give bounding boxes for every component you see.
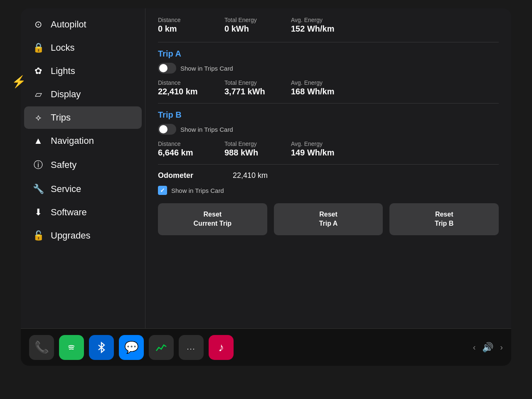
current-energy-label: Total Energy (224, 17, 274, 23)
service-icon: 🔧 (32, 184, 44, 195)
lights-icon: ✿ (32, 66, 44, 76)
trip-a-avg-value: 168 Wh/km (291, 87, 341, 96)
trip-a-energy-label: Total Energy (224, 79, 274, 86)
trip-a-energy-block: Total Energy 3,771 kWh (224, 79, 274, 96)
phone-icon[interactable]: 📞 (29, 335, 54, 360)
software-icon: ⬇ (32, 207, 44, 218)
trip-b-toggle[interactable] (158, 124, 176, 135)
odometer-checkbox[interactable]: ✓ (158, 186, 167, 195)
divider-2 (158, 103, 499, 103)
reset-trip-b-button[interactable]: ResetTrip B (389, 203, 499, 235)
trip-a-section: Trip A Show in Trips Card Distance 22,41… (158, 49, 499, 96)
more-dots-label: ... (187, 343, 195, 352)
trip-a-show-label: Show in Trips Card (180, 65, 233, 72)
sidebar-label-upgrades: Upgrades (51, 230, 90, 241)
volume-icon[interactable]: 🔊 (482, 342, 493, 353)
current-avg-label: Avg. Energy (291, 17, 341, 23)
odometer-show-label: Show in Trips Card (171, 187, 224, 194)
sidebar-item-lights[interactable]: ✿ Lights (24, 60, 142, 82)
trip-a-toggle[interactable] (158, 63, 176, 74)
messages-icon[interactable]: 💬 (119, 335, 144, 360)
trip-b-energy-value: 988 kWh (224, 148, 274, 158)
current-distance-value: 0 km (158, 24, 208, 34)
trip-b-avg-value: 149 Wh/km (291, 148, 341, 158)
divider-3 (158, 164, 499, 165)
odometer-show-row: ✓ Show in Trips Card (158, 186, 499, 195)
trip-b-section: Trip B Show in Trips Card Distance 6,646… (158, 110, 499, 158)
sidebar-item-software[interactable]: ⬇ Software (24, 201, 142, 224)
sidebar-label-trips: Trips (51, 112, 71, 123)
current-trip-section: Distance 0 km Total Energy 0 kWh Avg. En… (158, 17, 499, 34)
nav-left-icon[interactable]: ‹ (473, 342, 476, 352)
more-icon[interactable]: ... (179, 335, 204, 360)
trip-b-show-label: Show in Trips Card (180, 126, 233, 133)
taskbar: 📞 💬 ... ♪ ‹ 🔊 › (21, 328, 511, 366)
lock-icon: 🔒 (32, 42, 44, 53)
sidebar-label-locks: Locks (51, 42, 74, 53)
trip-b-show-row: Show in Trips Card (158, 124, 499, 135)
upgrades-icon: 🔓 (32, 230, 44, 241)
odometer-value: 22,410 km (233, 171, 268, 180)
sidebar-label-service: Service (51, 184, 81, 195)
sidebar-label-autopilot: Autopilot (51, 19, 86, 30)
current-avg-value: 152 Wh/km (291, 24, 341, 34)
trip-b-avg-block: Avg. Energy 149 Wh/km (291, 140, 341, 158)
trip-b-distance-label: Distance (158, 140, 208, 147)
checkbox-check-icon: ✓ (160, 187, 165, 194)
reset-buttons-row: ResetCurrent Trip ResetTrip A ResetTrip … (158, 203, 499, 235)
trip-b-distance-value: 6,646 km (158, 148, 208, 158)
odometer-section: Odometer 22,410 km ✓ Show in Trips Card (158, 171, 499, 195)
sidebar-item-navigation[interactable]: ▲ Navigation (24, 130, 142, 152)
sidebar-item-service[interactable]: 🔧 Service (24, 178, 142, 200)
trip-a-energy-value: 3,771 kWh (224, 87, 274, 96)
autopilot-icon: ⊙ (32, 19, 44, 30)
trip-a-distance-value: 22,410 km (158, 87, 208, 96)
trip-a-stats: Distance 22,410 km Total Energy 3,771 kW… (158, 79, 499, 96)
reset-trip-a-button[interactable]: ResetTrip A (274, 203, 383, 235)
sidebar-item-upgrades[interactable]: 🔓 Upgrades (24, 224, 142, 247)
trip-a-distance-label: Distance (158, 79, 208, 86)
sidebar-label-software: Software (51, 207, 87, 218)
trip-a-distance-block: Distance 22,410 km (158, 79, 208, 96)
display-icon: ▱ (32, 89, 44, 100)
current-energy-block: Total Energy 0 kWh (224, 17, 274, 34)
sidebar-item-trips[interactable]: ⟡ Trips (24, 106, 142, 129)
navigation-icon: ▲ (32, 135, 44, 146)
odometer-label: Odometer (158, 171, 233, 180)
sidebar-label-display: Display (51, 89, 81, 100)
music-icon[interactable]: ♪ (209, 335, 234, 360)
trip-a-show-row: Show in Trips Card (158, 63, 499, 74)
trip-b-energy-block: Total Energy 988 kWh (224, 140, 274, 158)
lightning-icon: ⚡ (12, 75, 26, 89)
stocks-icon[interactable] (149, 335, 174, 360)
sidebar-item-safety[interactable]: ⓘ Safety (24, 153, 142, 177)
sidebar: ⊙ Autopilot 🔒 Locks ✿ Lights ▱ Display ⟡… (21, 8, 145, 328)
trip-b-avg-label: Avg. Energy (291, 140, 341, 147)
trips-icon: ⟡ (32, 112, 44, 123)
trip-b-stats: Distance 6,646 km Total Energy 988 kWh A… (158, 140, 499, 158)
nav-right-icon[interactable]: › (500, 342, 503, 352)
reset-current-trip-button[interactable]: ResetCurrent Trip (158, 203, 267, 235)
safety-icon: ⓘ (32, 159, 44, 171)
spotify-icon[interactable] (59, 335, 84, 360)
current-trip-stats: Distance 0 km Total Energy 0 kWh Avg. En… (158, 17, 499, 34)
current-avg-block: Avg. Energy 152 Wh/km (291, 17, 341, 34)
trip-a-avg-block: Avg. Energy 168 Wh/km (291, 79, 341, 96)
current-distance-block: Distance 0 km (158, 17, 208, 34)
trip-a-header: Trip A (158, 49, 499, 59)
sidebar-item-autopilot[interactable]: ⊙ Autopilot (24, 13, 142, 36)
sidebar-label-safety: Safety (51, 160, 76, 170)
trip-a-avg-label: Avg. Energy (291, 79, 341, 86)
trips-content: Distance 0 km Total Energy 0 kWh Avg. En… (145, 8, 511, 328)
trip-b-header: Trip B (158, 110, 499, 120)
sidebar-item-locks[interactable]: 🔒 Locks (24, 37, 142, 59)
current-energy-value: 0 kWh (224, 24, 274, 34)
sidebar-label-navigation: Navigation (51, 135, 94, 146)
bluetooth-icon[interactable] (89, 335, 114, 360)
current-distance-label: Distance (158, 17, 208, 23)
divider-1 (158, 42, 499, 42)
sidebar-label-lights: Lights (51, 66, 75, 76)
trip-b-distance-block: Distance 6,646 km (158, 140, 208, 158)
volume-control: ‹ 🔊 › (473, 342, 503, 353)
sidebar-item-display[interactable]: ▱ Display (24, 83, 142, 106)
